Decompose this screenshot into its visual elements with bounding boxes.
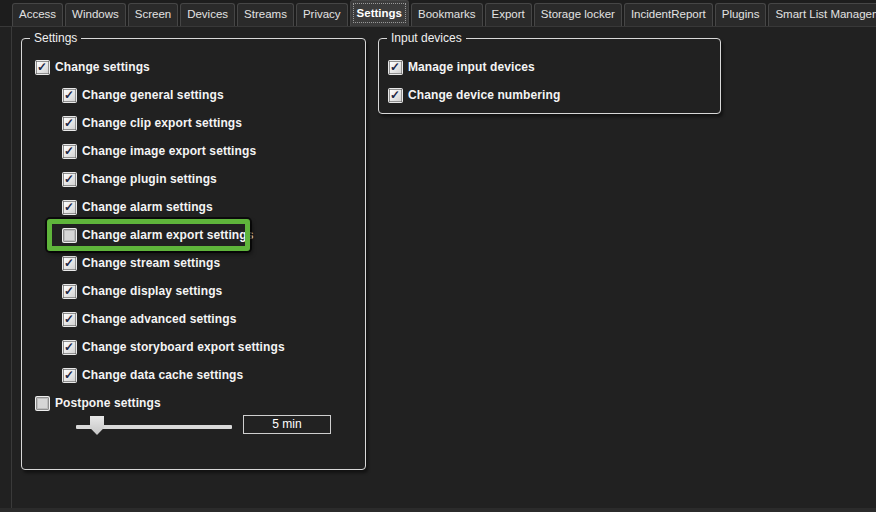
- checkbox-change-storyboard-export-settings[interactable]: ✓: [63, 341, 76, 354]
- checkbox-label: Change device numbering: [408, 88, 560, 102]
- checkbox-manage-input-devices[interactable]: ✓: [389, 61, 402, 74]
- check-mark-icon: ✓: [64, 256, 74, 270]
- row-change-alarm-settings[interactable]: ✓ Change alarm settings: [22, 193, 365, 221]
- checkbox-change-display-settings[interactable]: ✓: [63, 285, 76, 298]
- checkbox-change-alarm-settings[interactable]: ✓: [63, 201, 76, 214]
- tab-access[interactable]: Access: [12, 3, 63, 26]
- check-mark-icon: ✓: [64, 200, 74, 214]
- checkbox-label: Change display settings: [82, 284, 222, 298]
- settings-groupbox: Settings ✓ Change settings ✓ Change gene…: [21, 38, 366, 470]
- input-devices-groupbox: Input devices ✓ Manage input devices ✓ C…: [378, 38, 721, 114]
- tab-smart-list-management[interactable]: Smart List Management: [768, 3, 876, 26]
- check-mark-icon: ✓: [64, 312, 74, 326]
- row-change-clip-export-settings[interactable]: ✓ Change clip export settings: [22, 109, 365, 137]
- row-change-alarm-export-settings[interactable]: ✓ Change alarm export settings: [22, 221, 365, 249]
- tab-privacy[interactable]: Privacy: [296, 3, 348, 26]
- check-mark-icon: ✓: [64, 88, 74, 102]
- checkbox-label: Change general settings: [82, 88, 224, 102]
- settings-groupbox-title: Settings: [30, 31, 81, 46]
- slider-thumb[interactable]: [90, 416, 104, 435]
- checkbox-label: Change alarm export settings: [82, 228, 254, 242]
- checkbox-change-data-cache-settings[interactable]: ✓: [63, 369, 76, 382]
- checkbox-label: Change alarm settings: [82, 200, 213, 214]
- checkbox-change-image-export-settings[interactable]: ✓: [63, 145, 76, 158]
- checkbox-label: Change stream settings: [82, 256, 220, 270]
- row-change-plugin-settings[interactable]: ✓ Change plugin settings: [22, 165, 365, 193]
- check-mark-icon: ✓: [64, 144, 74, 158]
- check-mark-icon: ✓: [390, 88, 400, 102]
- tab-screen[interactable]: Screen: [128, 3, 178, 26]
- check-mark-icon: ✓: [37, 60, 47, 74]
- tab-bookmarks[interactable]: Bookmarks: [411, 3, 483, 26]
- settings-checkbox-list: ✓ Change settings ✓ Change general setti…: [22, 39, 365, 417]
- row-change-general-settings[interactable]: ✓ Change general settings: [22, 81, 365, 109]
- checkbox-label: Manage input devices: [408, 60, 535, 74]
- checkbox-label: Change data cache settings: [82, 368, 243, 382]
- slider-value-box: 5 min: [243, 415, 331, 434]
- checkbox-change-general-settings[interactable]: ✓: [63, 89, 76, 102]
- checkbox-postpone-settings[interactable]: ✓: [36, 397, 49, 410]
- checkbox-change-alarm-export-settings[interactable]: ✓: [63, 229, 76, 242]
- tab-devices[interactable]: Devices: [180, 3, 235, 26]
- checkbox-change-device-numbering[interactable]: ✓: [389, 89, 402, 102]
- checkbox-change-settings[interactable]: ✓: [36, 61, 49, 74]
- row-change-storyboard-export-settings[interactable]: ✓ Change storyboard export settings: [22, 333, 365, 361]
- checkbox-label: Change storyboard export settings: [82, 340, 285, 354]
- row-change-display-settings[interactable]: ✓ Change display settings: [22, 277, 365, 305]
- postpone-slider[interactable]: [76, 416, 232, 438]
- row-postpone-settings[interactable]: ✓ Postpone settings: [22, 389, 365, 417]
- row-change-settings[interactable]: ✓ Change settings: [22, 53, 365, 81]
- input-devices-groupbox-title: Input devices: [387, 31, 466, 46]
- row-change-image-export-settings[interactable]: ✓ Change image export settings: [22, 137, 365, 165]
- tab-plugins[interactable]: Plugins: [715, 3, 767, 26]
- checkbox-change-advanced-settings[interactable]: ✓: [63, 313, 76, 326]
- check-mark-icon: ✓: [64, 172, 74, 186]
- tab-streams[interactable]: Streams: [237, 3, 294, 26]
- checkbox-label: Change settings: [55, 60, 150, 74]
- checkbox-change-clip-export-settings[interactable]: ✓: [63, 117, 76, 130]
- row-change-advanced-settings[interactable]: ✓ Change advanced settings: [22, 305, 365, 333]
- checkbox-label: Change plugin settings: [82, 172, 217, 186]
- panel-left-border: [11, 27, 12, 512]
- check-mark-icon: ✓: [64, 340, 74, 354]
- tab-bar: Access Windows Screen Devices Streams Pr…: [0, 0, 876, 27]
- tab-export[interactable]: Export: [485, 3, 532, 26]
- row-change-stream-settings[interactable]: ✓ Change stream settings: [22, 249, 365, 277]
- check-mark-icon: ✓: [64, 284, 74, 298]
- check-mark-icon: ✓: [390, 60, 400, 74]
- tab-settings[interactable]: Settings: [350, 0, 409, 26]
- check-mark-icon: ✓: [64, 368, 74, 382]
- checkbox-label: Change advanced settings: [82, 312, 236, 326]
- checkbox-label: Change image export settings: [82, 144, 256, 158]
- tab-incident-report[interactable]: IncidentReport: [624, 3, 713, 26]
- checkbox-label: Postpone settings: [55, 396, 161, 410]
- row-manage-input-devices[interactable]: ✓ Manage input devices: [379, 53, 720, 81]
- tab-storage-locker[interactable]: Storage locker: [534, 3, 622, 26]
- check-mark-icon: ✓: [64, 116, 74, 130]
- checkbox-change-plugin-settings[interactable]: ✓: [63, 173, 76, 186]
- tab-windows[interactable]: Windows: [65, 3, 126, 26]
- bottom-strip: [0, 508, 876, 512]
- row-change-device-numbering[interactable]: ✓ Change device numbering: [379, 81, 720, 109]
- input-devices-checkbox-list: ✓ Manage input devices ✓ Change device n…: [379, 39, 720, 109]
- row-change-data-cache-settings[interactable]: ✓ Change data cache settings: [22, 361, 365, 389]
- checkbox-label: Change clip export settings: [82, 116, 242, 130]
- checkbox-change-stream-settings[interactable]: ✓: [63, 257, 76, 270]
